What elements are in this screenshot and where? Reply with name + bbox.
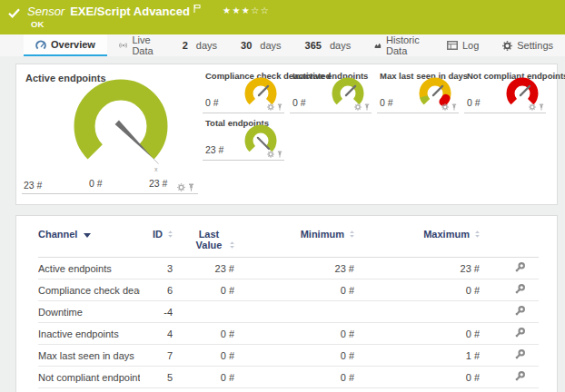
col-maximum[interactable]: Maximum bbox=[354, 227, 480, 258]
gauges-panel: Active endpoints x 0 # 23 # 23 # Complia… bbox=[15, 64, 558, 205]
gauge-settings-gear-icon[interactable] bbox=[441, 103, 449, 111]
tab-overview[interactable]: Overview bbox=[24, 34, 107, 56]
last-value-cell: 23 # bbox=[173, 258, 234, 279]
maximum-cell: 23 # bbox=[354, 258, 480, 279]
channel-name-cell: Total endpoints bbox=[38, 388, 140, 392]
minimum-cell: 23 # bbox=[234, 258, 354, 279]
channel-name-cell: Not compliant endpoints bbox=[38, 367, 140, 388]
edit-channel-wrench-icon[interactable] bbox=[514, 261, 526, 273]
live-signal-icon bbox=[119, 41, 127, 50]
maximum-cell: 1 # bbox=[354, 345, 480, 367]
tab-bar: Overview Live Data 2 days 30 days 365 da… bbox=[0, 34, 565, 56]
gauge-value: 0 # bbox=[205, 97, 219, 108]
status-ok-check-icon bbox=[8, 8, 20, 18]
gauge-settings-gear-icon[interactable] bbox=[267, 103, 274, 111]
gauge-total-endpoints: Total endpoints 23 # bbox=[200, 115, 287, 162]
sensor-type-label: Sensor bbox=[27, 5, 64, 18]
tab-2-days[interactable]: 2 days bbox=[171, 34, 229, 56]
gauge-settings-gear-icon[interactable] bbox=[354, 103, 362, 111]
pin-icon[interactable] bbox=[539, 103, 544, 111]
edit-channel-wrench-icon[interactable] bbox=[514, 305, 526, 317]
id-cell: 7 bbox=[140, 345, 173, 367]
last-value-cell: 0 # bbox=[173, 323, 234, 345]
pin-icon[interactable] bbox=[364, 103, 370, 111]
channel-name-cell: Inactive endpoints bbox=[38, 323, 140, 345]
maximum-cell: 23 # bbox=[354, 388, 480, 392]
tab-log[interactable]: Log bbox=[435, 34, 491, 56]
table-row: Not compliant endpoints 5 0 # 0 # 0 # bbox=[38, 367, 539, 388]
tab-365-days[interactable]: 365 days bbox=[293, 34, 363, 56]
channels-table-panel: Channel ID Last Value Minimum Maximum bbox=[15, 215, 558, 392]
minimum-cell: 0 # bbox=[234, 279, 354, 301]
sensor-header: SensorEXE/Script Advanced★★★☆☆ OK bbox=[0, 0, 565, 34]
priority-flag-icon[interactable] bbox=[193, 5, 201, 13]
table-row: Max last seen in days 7 0 # 0 # 1 # bbox=[38, 345, 539, 367]
gauge-settings-gear-icon[interactable] bbox=[529, 103, 536, 111]
minimum-cell bbox=[234, 301, 354, 323]
sensor-status-text: OK bbox=[31, 19, 44, 29]
pin-icon[interactable] bbox=[451, 103, 457, 111]
table-row: Compliance check deacti... 6 0 # 0 # 0 # bbox=[38, 279, 539, 301]
divider bbox=[203, 113, 284, 113]
col-channel[interactable]: Channel bbox=[38, 227, 140, 258]
table-row: Downtime -4 bbox=[38, 301, 539, 323]
gauge-value: 0 # bbox=[380, 97, 393, 108]
id-cell: 5 bbox=[140, 367, 173, 388]
priority-stars[interactable]: ★★★☆☆ bbox=[223, 5, 270, 15]
table-row: Inactive endpoints 4 0 # 0 # 0 # bbox=[38, 323, 539, 345]
sort-desc-icon bbox=[84, 233, 91, 238]
last-value-cell: 0 # bbox=[173, 345, 234, 367]
gauge-compliance-check-deactivated: Compliance check deactivated 0 # bbox=[200, 68, 287, 115]
divider bbox=[203, 160, 284, 161]
tab-settings[interactable]: Settings bbox=[491, 34, 565, 56]
tab-30-days[interactable]: 30 days bbox=[229, 34, 293, 56]
needle-tip-marker: x bbox=[154, 166, 158, 172]
sort-icon bbox=[230, 241, 234, 249]
pin-icon[interactable] bbox=[188, 183, 194, 191]
gear-icon bbox=[502, 41, 512, 51]
edit-channel-wrench-icon[interactable] bbox=[514, 370, 526, 382]
gauge-inactive-endpoints: Inactive endpoints 0 # bbox=[287, 68, 374, 115]
last-value-cell: 0 # bbox=[173, 279, 234, 301]
minimum-cell: 0 # bbox=[234, 323, 354, 345]
table-header-row: Channel ID Last Value Minimum Maximum bbox=[38, 227, 539, 258]
tab-historic-data[interactable]: Historic Data bbox=[362, 34, 435, 56]
col-last-value[interactable]: Last Value bbox=[173, 227, 234, 258]
gauge-settings-gear-icon[interactable] bbox=[267, 151, 274, 158]
tab-live-data[interactable]: Live Data bbox=[107, 34, 171, 56]
gauge-value: 23 # bbox=[205, 144, 223, 155]
minimum-cell: 0 # bbox=[234, 345, 354, 367]
col-minimum[interactable]: Minimum bbox=[234, 227, 354, 258]
table-row: Total endpoints 2 23 # 23 # 23 # bbox=[38, 388, 539, 392]
gauge-active-endpoints: Active endpoints x 0 # 23 # 23 # bbox=[22, 68, 200, 201]
sensor-title: EXE/Script Advanced bbox=[70, 5, 190, 18]
gauge-icon bbox=[35, 40, 46, 50]
channels-table: Channel ID Last Value Minimum Maximum bbox=[38, 227, 539, 392]
id-cell: 6 bbox=[140, 279, 173, 301]
divider bbox=[464, 113, 546, 113]
gauge-scale-min: 0 # bbox=[89, 178, 103, 189]
col-actions bbox=[480, 227, 539, 258]
edit-channel-wrench-icon[interactable] bbox=[514, 348, 526, 360]
gauge-settings-gear-icon[interactable] bbox=[177, 183, 185, 191]
area-chart-icon bbox=[374, 41, 382, 50]
sort-icon bbox=[475, 230, 480, 238]
channel-name-cell: Downtime bbox=[38, 301, 140, 323]
edit-channel-wrench-icon[interactable] bbox=[514, 327, 526, 338]
divider bbox=[22, 193, 198, 194]
id-cell: 4 bbox=[140, 323, 173, 345]
col-id[interactable]: ID bbox=[140, 227, 173, 258]
channel-name-cell: Compliance check deacti... bbox=[38, 279, 140, 301]
maximum-cell: 0 # bbox=[354, 279, 480, 301]
channel-name-cell: Active endpoints bbox=[38, 258, 140, 279]
divider bbox=[377, 113, 459, 113]
pin-icon[interactable] bbox=[277, 103, 282, 111]
edit-channel-wrench-icon[interactable] bbox=[514, 283, 526, 295]
id-cell: -4 bbox=[140, 301, 173, 323]
minimum-cell: 23 # bbox=[234, 388, 354, 392]
maximum-cell bbox=[354, 301, 480, 323]
channel-name-cell: Max last seen in days bbox=[38, 345, 140, 367]
gauge-value: 0 # bbox=[467, 97, 481, 108]
pin-icon[interactable] bbox=[277, 151, 282, 158]
gauge-max-last-seen-in-days: Max last seen in days 0 # bbox=[374, 68, 461, 115]
